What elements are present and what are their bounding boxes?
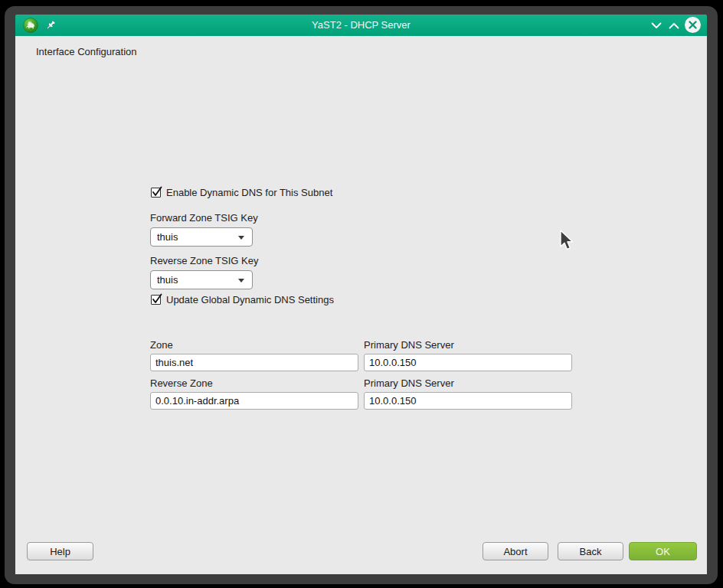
update-global-ddns-label: Update Global Dynamic DNS Settings	[166, 294, 334, 305]
dropdown-arrow-icon	[238, 279, 244, 283]
forward-tsig-label: Forward Zone TSIG Key	[150, 212, 258, 224]
dialog-content: Interface Configuration Enable Dynamic D…	[15, 36, 707, 574]
chevron-down-icon[interactable]	[651, 22, 662, 29]
zone-dns-input[interactable]	[364, 354, 572, 371]
window-frame: YaST2 - DHCP Server Interface Configurat…	[5, 6, 718, 584]
reverse-zone-dns-input[interactable]	[364, 392, 572, 410]
mouse-cursor	[558, 230, 574, 253]
enable-ddns-label: Enable Dynamic DNS for This Subnet	[166, 187, 332, 198]
reverse-zone-dns-label: Primary DNS Server	[364, 377, 454, 389]
reverse-zone-label: Reverse Zone	[150, 377, 213, 389]
titlebar[interactable]: YaST2 - DHCP Server	[15, 15, 707, 36]
zone-dns-label: Primary DNS Server	[364, 339, 454, 351]
back-button[interactable]: Back	[558, 542, 623, 560]
checkbox-checked-icon	[151, 295, 161, 305]
forward-tsig-select[interactable]: thuis	[150, 227, 253, 247]
update-global-ddns-checkbox[interactable]: Update Global Dynamic DNS Settings	[151, 294, 365, 306]
reverse-tsig-label: Reverse Zone TSIG Key	[150, 255, 258, 266]
ok-button[interactable]: OK	[629, 542, 697, 560]
window-title: YaST2 - DHCP Server	[15, 15, 707, 36]
close-icon[interactable]	[685, 17, 701, 33]
reverse-zone-input[interactable]	[150, 392, 358, 410]
enable-ddns-checkbox[interactable]: Enable Dynamic DNS for This Subnet	[151, 187, 350, 199]
help-button[interactable]: Help	[27, 542, 93, 560]
forward-tsig-value: thuis	[157, 231, 178, 243]
zone-label: Zone	[150, 339, 173, 351]
abort-button[interactable]: Abort	[483, 542, 548, 560]
reverse-tsig-value: thuis	[157, 274, 178, 286]
chevron-up-icon[interactable]	[669, 22, 679, 29]
reverse-tsig-select[interactable]: thuis	[150, 270, 253, 289]
zone-input[interactable]	[150, 354, 358, 371]
dropdown-arrow-icon	[238, 236, 244, 240]
checkbox-checked-icon	[151, 188, 161, 198]
page-title: Interface Configuration	[36, 46, 137, 57]
